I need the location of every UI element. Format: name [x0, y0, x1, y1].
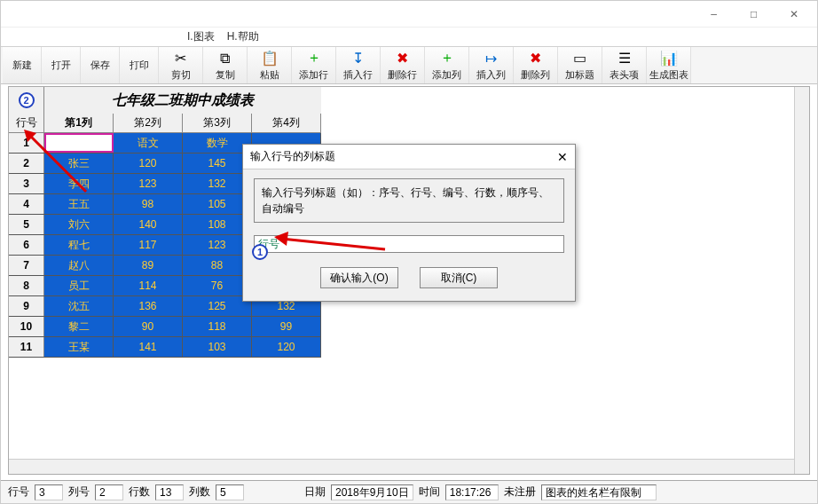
dialog-titlebar[interactable]: 输入行号的列标题 ✕: [243, 145, 575, 169]
chart-icon: 📊: [660, 50, 678, 67]
cell[interactable]: 员工: [44, 276, 114, 295]
cut-button[interactable]: ✂剪切: [159, 47, 203, 83]
row-number[interactable]: 3: [9, 174, 44, 193]
addtitle-button[interactable]: ▭加标题: [558, 47, 602, 83]
cell[interactable]: 120: [114, 154, 183, 173]
row-number[interactable]: 2: [9, 154, 44, 173]
header-col1[interactable]: 第1列: [44, 114, 114, 132]
cell[interactable]: 刘六: [44, 215, 114, 234]
dialog-close-button[interactable]: ✕: [557, 150, 568, 164]
cell[interactable]: 90: [114, 317, 183, 336]
row-number[interactable]: 11: [9, 337, 44, 357]
cancel-button[interactable]: 取消(C): [420, 267, 498, 288]
scrollbar-horizontal[interactable]: [9, 459, 794, 474]
cell[interactable]: 136: [114, 296, 183, 316]
status-bar: 行号 3 列号 2 行数 13 列数 5 日期 2018年9月10日 时间 18…: [1, 480, 817, 503]
status-date-value: 2018年9月10日: [331, 484, 413, 500]
cell[interactable]: 117: [114, 235, 183, 255]
insrow-button[interactable]: ↧插入行: [336, 47, 381, 83]
inscol-button[interactable]: ↦插入列: [469, 47, 514, 83]
cell[interactable]: 123: [114, 174, 183, 193]
cell[interactable]: 140: [114, 215, 183, 234]
minimize-button[interactable]: –: [694, 2, 734, 27]
corner-cell[interactable]: 2: [9, 87, 44, 114]
insrow-icon: ↧: [352, 50, 364, 67]
menu-bar: I.图表 H.帮助: [1, 28, 817, 47]
print-button[interactable]: 打印: [120, 47, 159, 83]
sheet-title: 七年级二班期中成绩表: [44, 87, 321, 114]
header-col2[interactable]: 第2列: [114, 114, 183, 132]
scrollbar-vertical[interactable]: [794, 87, 809, 474]
ok-button[interactable]: 确认输入(O): [320, 267, 398, 288]
cell[interactable]: 99: [252, 317, 321, 336]
title-icon: ▭: [573, 50, 586, 67]
row-number[interactable]: 4: [9, 194, 44, 214]
cell[interactable]: 103: [183, 337, 252, 357]
status-limit: 图表的姓名栏有限制: [541, 484, 657, 500]
menu-help[interactable]: H.帮助: [227, 29, 259, 44]
delrow-button[interactable]: ✖删除行: [381, 47, 425, 83]
cell[interactable]: 114: [114, 276, 183, 295]
cell[interactable]: 王五: [44, 194, 114, 214]
row-number[interactable]: 1: [9, 133, 44, 153]
copy-button[interactable]: ⧉复制: [203, 47, 248, 83]
row-number[interactable]: 10: [9, 317, 44, 336]
genchart-button[interactable]: 📊生成图表: [647, 47, 691, 83]
dialog-input[interactable]: [254, 235, 564, 253]
cell[interactable]: 语文: [114, 133, 183, 153]
cell[interactable]: 李四: [44, 174, 114, 193]
header-col3[interactable]: 第3列: [183, 114, 252, 132]
sheet-title-row: 2 七年级二班期中成绩表: [9, 87, 321, 114]
addcol-button[interactable]: ＋添加列: [425, 47, 469, 83]
badge-2: 2: [19, 92, 35, 108]
cell[interactable]: 141: [114, 337, 183, 357]
paste-icon: 📋: [261, 50, 279, 67]
row-number[interactable]: 9: [9, 296, 44, 316]
cell[interactable]: 程七: [44, 235, 114, 255]
addcol-icon: ＋: [440, 50, 454, 67]
save-button[interactable]: 保存: [81, 47, 120, 83]
row-number[interactable]: 5: [9, 215, 44, 234]
addrow-button[interactable]: ＋添加行: [292, 47, 336, 83]
cell[interactable]: [44, 133, 114, 153]
copy-icon: ⧉: [220, 50, 230, 67]
header-rownum[interactable]: 行号: [9, 114, 44, 132]
maximize-button[interactable]: □: [734, 2, 774, 27]
dialog-title: 输入行号的列标题: [250, 149, 335, 164]
addrow-icon: ＋: [307, 50, 321, 67]
status-rownum-label: 行号: [4, 484, 33, 500]
delcol-button[interactable]: ✖删除列: [514, 47, 558, 83]
cell[interactable]: 张三: [44, 154, 114, 173]
cell[interactable]: 120: [252, 337, 321, 357]
toolbar: 新建 打开 保存 打印 ✂剪切 ⧉复制 📋粘贴 ＋添加行 ↧插入行 ✖删除行 ＋…: [1, 47, 817, 84]
cell[interactable]: 赵八: [44, 256, 114, 275]
status-reg: 未注册: [500, 484, 539, 500]
row-number[interactable]: 6: [9, 235, 44, 255]
cell[interactable]: 89: [114, 256, 183, 275]
close-button[interactable]: ✕: [774, 2, 814, 27]
input-dialog: 输入行号的列标题 ✕ 输入行号列标题（如）：序号、行号、编号、行数，顺序号、自动…: [242, 144, 576, 302]
cell[interactable]: 沈五: [44, 296, 114, 316]
status-rownum-value: 3: [35, 484, 63, 500]
cell[interactable]: 118: [183, 317, 252, 336]
open-button[interactable]: 打开: [42, 47, 81, 83]
status-time-value: 18:17:26: [445, 484, 499, 500]
header-button[interactable]: ☰表头项: [602, 47, 647, 83]
menu-chart[interactable]: I.图表: [187, 29, 215, 44]
cell[interactable]: 王某: [44, 337, 114, 357]
header-icon: ☰: [618, 50, 631, 67]
delcol-icon: ✖: [530, 50, 541, 67]
status-rows-label: 行数: [125, 484, 153, 500]
status-date-label: 日期: [301, 484, 329, 500]
column-headers: 行号 第1列 第2列 第3列 第4列: [9, 114, 321, 133]
cut-icon: ✂: [175, 50, 186, 67]
paste-button[interactable]: 📋粘贴: [248, 47, 292, 83]
cell[interactable]: 98: [114, 194, 183, 214]
row-number[interactable]: 8: [9, 276, 44, 295]
new-button[interactable]: 新建: [3, 47, 42, 83]
window-titlebar: – □ ✕: [1, 1, 817, 28]
cell[interactable]: 黎二: [44, 317, 114, 336]
delrow-icon: ✖: [397, 50, 408, 67]
row-number[interactable]: 7: [9, 256, 44, 275]
header-col4[interactable]: 第4列: [252, 114, 321, 132]
